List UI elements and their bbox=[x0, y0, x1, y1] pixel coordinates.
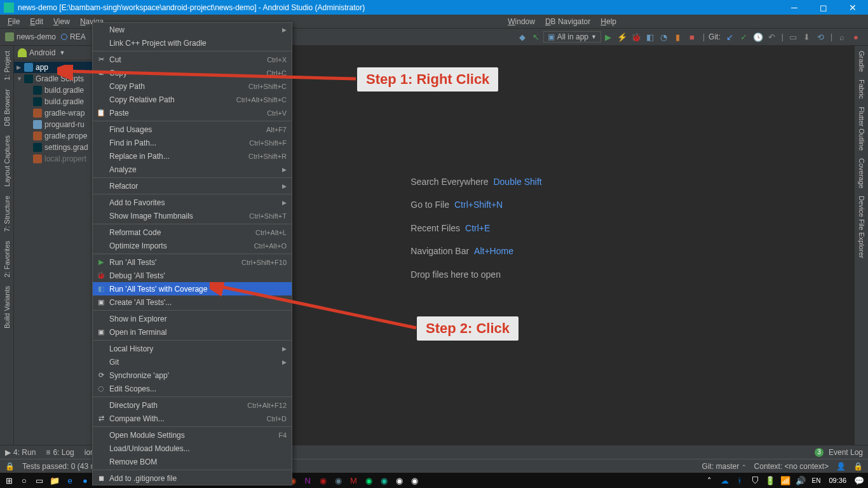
search-icon[interactable]: ⌕ bbox=[836, 30, 848, 43]
attach-button[interactable]: ▮ bbox=[672, 30, 684, 43]
tray-chevron-icon[interactable]: ˄ bbox=[703, 475, 715, 486]
app-icon[interactable]: ● bbox=[79, 475, 92, 486]
vcs-update-icon[interactable]: ↙ bbox=[724, 30, 736, 43]
ctx-copy-path[interactable]: Copy PathCtrl+Shift+C bbox=[93, 79, 292, 93]
run-button[interactable]: ▶ bbox=[602, 30, 614, 43]
ctx-local-history[interactable]: Local History▶ bbox=[93, 342, 292, 355]
ctx-edit-scopes-[interactable]: ◌Edit Scopes... bbox=[93, 382, 292, 395]
event-log-tab[interactable]: 3 Event Log bbox=[815, 448, 863, 457]
edge-icon[interactable]: e bbox=[64, 475, 76, 486]
ctx-refactor[interactable]: Refactor▶ bbox=[93, 179, 292, 193]
tool-tab-flutter-outline[interactable]: Flutter Outline bbox=[858, 104, 865, 153]
breadcrumb-file[interactable]: REA bbox=[61, 32, 86, 41]
tray-icon[interactable]: ◉ bbox=[316, 475, 329, 486]
tray-icon[interactable]: ◉ bbox=[332, 475, 344, 486]
tool-tab-1-project[interactable]: 1: Project bbox=[3, 48, 11, 83]
ctx-paste[interactable]: 📋PasteCtrl+V bbox=[93, 106, 292, 119]
tray-icon[interactable]: ◉ bbox=[393, 475, 405, 486]
battery-icon[interactable]: 🔋 bbox=[764, 475, 776, 486]
menu-file[interactable]: File bbox=[3, 16, 25, 27]
menu-help[interactable]: Help bbox=[595, 16, 621, 27]
menu-edit[interactable]: Edit bbox=[25, 16, 48, 27]
vcs-commit-icon[interactable]: ✓ bbox=[738, 30, 750, 43]
tree-node-app[interactable]: ▶app bbox=[14, 62, 98, 73]
ctx-open-module-settings[interactable]: Open Module SettingsF4 bbox=[93, 428, 292, 442]
menu-view[interactable]: View bbox=[48, 16, 75, 27]
ctx-debug-all-tests-[interactable]: 🐞Debug 'All Tests' bbox=[93, 269, 292, 282]
project-scope-select[interactable]: Android ▼ bbox=[14, 46, 98, 60]
man-icon[interactable]: 👤 bbox=[836, 462, 846, 471]
avatar-icon[interactable]: ● bbox=[850, 30, 862, 43]
alert-icon[interactable]: 🔒 bbox=[853, 462, 863, 471]
lock-icon[interactable]: 🔒 bbox=[5, 462, 15, 471]
git-branch-widget[interactable]: Git: master ⌃ bbox=[702, 462, 747, 471]
vcs-revert-icon[interactable]: ↶ bbox=[766, 30, 778, 43]
tool-tab-coverage[interactable]: Coverage bbox=[858, 156, 865, 191]
nav-back-icon[interactable]: ↖ bbox=[530, 30, 543, 43]
taskbar-clock[interactable]: 09:36 bbox=[825, 477, 850, 484]
tree-node-gradle-wrap[interactable]: gradle-wrap bbox=[14, 107, 98, 119]
ctx-copy[interactable]: ⧉CopyCtrl+C bbox=[93, 66, 292, 79]
tray-icon[interactable]: ◉ bbox=[408, 475, 421, 486]
close-button[interactable]: ✕ bbox=[844, 3, 862, 13]
layers-icon[interactable]: ◆ bbox=[516, 30, 529, 43]
ctx-optimize-imports[interactable]: Optimize ImportsCtrl+Alt+O bbox=[93, 239, 292, 252]
menu-db navigator[interactable]: DB Navigator bbox=[540, 16, 595, 27]
context-widget[interactable]: Context: <no context> bbox=[754, 462, 829, 471]
tray-icon[interactable]: N bbox=[301, 475, 314, 486]
tool-tab-db-browser[interactable]: DB Browser bbox=[3, 86, 11, 129]
tool-tab-2-favorites[interactable]: 2: Favorites bbox=[3, 238, 11, 280]
ctx-run-all-tests-with-coverage[interactable]: ◧Run 'All Tests' with Coverage bbox=[93, 282, 292, 295]
ctx-add-to-gitignore-file[interactable]: ◼Add to .gitignore file bbox=[93, 471, 292, 485]
lang-icon[interactable]: EN bbox=[810, 475, 822, 486]
ctx-load-unload-modules-[interactable]: Load/Unload Modules... bbox=[93, 442, 292, 455]
ctx-run-all-tests-[interactable]: ▶Run 'All Tests'Ctrl+Shift+F10 bbox=[93, 255, 292, 269]
tool-tab-6-log[interactable]: ≡6: Log bbox=[46, 448, 74, 457]
run-config-select[interactable]: ▣ All in app ▼ bbox=[543, 31, 601, 43]
ctx-new[interactable]: New▶ bbox=[93, 23, 292, 36]
ctx-show-in-explorer[interactable]: Show in Explorer bbox=[93, 312, 292, 325]
ctx-find-usages[interactable]: Find UsagesAlt+F7 bbox=[93, 123, 292, 136]
avd-manager-icon[interactable]: ▭ bbox=[787, 30, 799, 43]
menu-window[interactable]: Window bbox=[503, 16, 540, 27]
sdk-manager-icon[interactable]: ⬇ bbox=[801, 30, 813, 43]
ctx-analyze[interactable]: Analyze▶ bbox=[93, 163, 292, 176]
explorer-icon[interactable]: 📁 bbox=[48, 475, 61, 486]
ctx-synchronize-app-[interactable]: ⟳Synchronize 'app' bbox=[93, 369, 292, 382]
cortana-icon[interactable]: ○ bbox=[18, 475, 31, 486]
tree-node-build-gradle[interactable]: build.gradle bbox=[14, 96, 98, 107]
ctx-cut[interactable]: ✂CutCtrl+X bbox=[93, 53, 292, 66]
tool-tab-layout-captures[interactable]: Layout Captures bbox=[3, 133, 11, 189]
ctx-add-to-favorites[interactable]: Add to Favorites▶ bbox=[93, 196, 292, 209]
tool-tab-fabric[interactable]: Fabric bbox=[858, 77, 865, 102]
ctx-open-in-terminal[interactable]: ▣Open in Terminal bbox=[93, 325, 292, 339]
tray-icon[interactable]: ⛉ bbox=[749, 475, 761, 486]
debug-button[interactable]: 🐞 bbox=[630, 30, 642, 43]
breadcrumb-project[interactable]: news-demo bbox=[5, 32, 56, 41]
tree-node-proguard-ru[interactable]: proguard-ru bbox=[14, 119, 98, 130]
ctx-link-c-project-with-gradle[interactable]: Link C++ Project with Gradle bbox=[93, 36, 292, 50]
tree-node-local-propert[interactable]: local.propert bbox=[14, 153, 98, 165]
coverage-button[interactable]: ◧ bbox=[644, 30, 656, 43]
tree-node-build-gradle[interactable]: build.gradle bbox=[14, 85, 98, 96]
tool-tab-build-variants[interactable]: Build Variants bbox=[3, 283, 11, 331]
taskview-icon[interactable]: ▭ bbox=[33, 475, 46, 486]
tool-tab-7-structure[interactable]: 7: Structure bbox=[3, 193, 11, 234]
stop-button[interactable]: ■ bbox=[686, 30, 698, 43]
apply-changes-button[interactable]: ⚡ bbox=[616, 30, 628, 43]
ctx-create-all-tests-[interactable]: ▣Create 'All Tests'... bbox=[93, 295, 292, 309]
ctx-find-in-path-[interactable]: Find in Path...Ctrl+Shift+F bbox=[93, 136, 292, 149]
ctx-remove-bom[interactable]: Remove BOM bbox=[93, 455, 292, 468]
ctx-replace-in-path-[interactable]: Replace in Path...Ctrl+Shift+R bbox=[93, 149, 292, 163]
tree-node-gradle-prope[interactable]: gradle.prope bbox=[14, 130, 98, 142]
tool-tab-4-run[interactable]: ▶4: Run bbox=[5, 448, 36, 457]
ctx-compare-with-[interactable]: ⇄Compare With...Ctrl+D bbox=[93, 412, 292, 425]
tree-node-gradle-scripts[interactable]: ▼Gradle Scripts bbox=[14, 73, 98, 85]
ctx-reformat-code[interactable]: Reformat CodeCtrl+Alt+L bbox=[93, 226, 292, 239]
minimize-button[interactable]: ─ bbox=[785, 3, 803, 13]
bluetooth-icon[interactable]: ᚼ bbox=[733, 475, 746, 486]
profiler-button[interactable]: ◔ bbox=[658, 30, 670, 43]
wifi-icon[interactable]: 📶 bbox=[779, 475, 792, 486]
tool-tab-gradle[interactable]: Gradle bbox=[858, 48, 865, 74]
ctx-git[interactable]: Git▶ bbox=[93, 355, 292, 369]
